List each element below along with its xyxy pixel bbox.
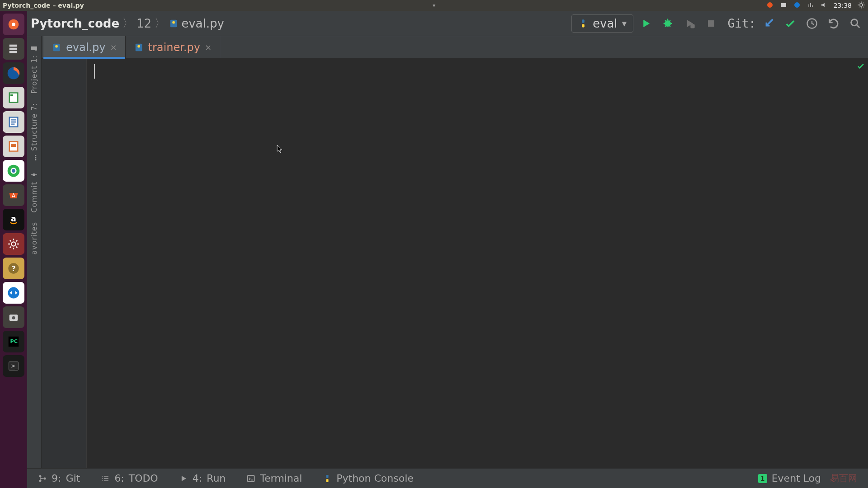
svg-text:>_: >_	[11, 363, 18, 369]
settings-icon[interactable]	[3, 233, 24, 255]
watermark-text: 易百网	[830, 472, 857, 484]
window-title: Pytorch_code – eval.py	[3, 2, 84, 9]
git-pull-button[interactable]	[760, 14, 778, 33]
svg-rect-1	[781, 3, 786, 7]
run-button[interactable]	[637, 14, 655, 33]
tray-app-icon[interactable]	[766, 1, 774, 10]
close-tab-icon[interactable]: ×	[205, 42, 212, 52]
writer-icon[interactable]	[3, 111, 24, 133]
files-icon[interactable]	[3, 38, 24, 60]
svg-rect-37	[35, 157, 37, 159]
breadcrumb-file[interactable]: eval.py	[169, 17, 224, 30]
project-tool-tab[interactable]: Project 1:	[29, 40, 39, 98]
window-menu-icon[interactable]: ▾	[433, 2, 435, 9]
tray-volume-icon[interactable]	[820, 1, 828, 10]
code-editor[interactable]	[42, 59, 868, 468]
svg-rect-11	[10, 94, 13, 96]
stop-button[interactable]	[702, 14, 720, 33]
svg-rect-14	[11, 144, 16, 147]
editor-tab-trainer[interactable]: trainer.py ×	[126, 36, 220, 58]
python-icon	[578, 19, 588, 28]
breadcrumb-folder[interactable]: 12	[137, 17, 151, 30]
svg-rect-7	[9, 48, 17, 50]
tray-mail-icon[interactable]	[779, 1, 788, 10]
svg-point-5	[12, 23, 15, 26]
tray-clock[interactable]: 23:38	[834, 2, 852, 9]
svg-point-25	[12, 316, 15, 319]
firefox-icon[interactable]	[3, 62, 24, 84]
mouse-cursor-icon	[277, 145, 283, 154]
system-tray: 23:38	[766, 1, 865, 10]
git-history-button[interactable]	[803, 14, 821, 33]
branch-icon	[38, 474, 47, 483]
window-title-bar: Pytorch_code – eval.py ▾ 23:38	[0, 0, 868, 11]
chevron-right-icon: 〉	[154, 15, 166, 31]
breadcrumb-project[interactable]: Pytorch_code	[31, 17, 119, 30]
close-tab-icon[interactable]: ×	[110, 42, 117, 52]
pycharm-icon[interactable]: PC	[3, 331, 24, 352]
svg-rect-33	[708, 20, 714, 27]
folder-icon	[30, 44, 38, 52]
svg-point-17	[12, 169, 15, 173]
software-icon[interactable]: A	[3, 184, 24, 206]
svg-point-44	[44, 477, 46, 479]
teamviewer-icon[interactable]	[3, 282, 24, 304]
commit-icon	[30, 171, 38, 179]
tray-gear-icon[interactable]	[857, 1, 865, 10]
git-label: Git:	[727, 17, 756, 30]
chevron-down-icon: ▼	[622, 20, 627, 27]
svg-rect-36	[35, 159, 37, 160]
svg-rect-32	[691, 24, 695, 28]
terminal-icon	[246, 474, 255, 483]
tray-sync-icon[interactable]	[793, 1, 801, 10]
svg-text:a: a	[11, 214, 16, 223]
svg-point-39	[33, 174, 36, 176]
editor-tab-eval[interactable]: eval.py ×	[43, 36, 126, 58]
search-button[interactable]	[846, 14, 864, 33]
python-file-icon	[134, 42, 144, 52]
todo-tool-tab[interactable]: 6:TODO	[101, 473, 158, 484]
chrome-icon[interactable]	[3, 160, 24, 182]
chevron-right-icon: 〉	[122, 15, 134, 31]
svg-point-0	[767, 2, 773, 8]
bottom-tool-bar: 9:Git 6:TODO 4:Run Terminal Python Conso…	[27, 468, 868, 488]
debug-button[interactable]	[659, 14, 677, 33]
structure-tool-tab[interactable]: Structure 7:	[29, 98, 39, 166]
svg-point-2	[794, 2, 800, 8]
python-console-tool-tab[interactable]: Python Console	[323, 473, 414, 484]
svg-point-35	[851, 19, 858, 25]
left-tool-stripe: Project 1: Structure 7: Commit avorites	[27, 36, 42, 468]
svg-point-3	[860, 4, 863, 6]
ide-toolbar: Pytorch_code 〉 12 〉 eval.py eval ▼ Git:	[27, 11, 868, 36]
git-commit-button[interactable]	[781, 14, 799, 33]
event-log-tool-tab[interactable]: 1 Event Log 易百网	[758, 472, 857, 484]
svg-text:?: ?	[11, 264, 15, 273]
git-tool-tab[interactable]: 9:Git	[38, 473, 80, 484]
inspection-ok-icon[interactable]	[856, 61, 865, 72]
git-rollback-button[interactable]	[825, 14, 843, 33]
breadcrumb[interactable]: Pytorch_code 〉 12 〉 eval.py	[31, 15, 568, 31]
svg-rect-8	[9, 51, 17, 53]
run-config-selector[interactable]: eval ▼	[571, 14, 633, 33]
svg-point-20	[11, 242, 15, 246]
calc-icon[interactable]	[3, 87, 24, 108]
coverage-button[interactable]	[680, 14, 698, 33]
screenshot-icon[interactable]	[3, 306, 24, 328]
commit-tool-tab[interactable]: Commit	[29, 166, 39, 217]
editor-tab-bar: eval.py × trainer.py ×	[42, 36, 868, 59]
amazon-icon[interactable]: a	[3, 209, 24, 230]
svg-rect-38	[35, 155, 37, 156]
favorites-tool-tab[interactable]: avorites	[29, 217, 39, 259]
dash-icon[interactable]	[3, 14, 24, 35]
help-icon[interactable]: ?	[3, 258, 24, 279]
python-file-icon	[52, 42, 61, 52]
terminal-tool-tab[interactable]: Terminal	[246, 473, 302, 484]
python-icon	[323, 474, 332, 483]
play-icon	[179, 474, 188, 483]
impress-icon[interactable]	[3, 136, 24, 157]
ubuntu-launcher: A a ? PC >_	[0, 11, 27, 488]
svg-rect-6	[9, 45, 17, 47]
run-tool-tab[interactable]: 4:Run	[179, 473, 226, 484]
tray-network-icon[interactable]	[807, 1, 815, 10]
terminal-icon[interactable]: >_	[3, 355, 24, 377]
